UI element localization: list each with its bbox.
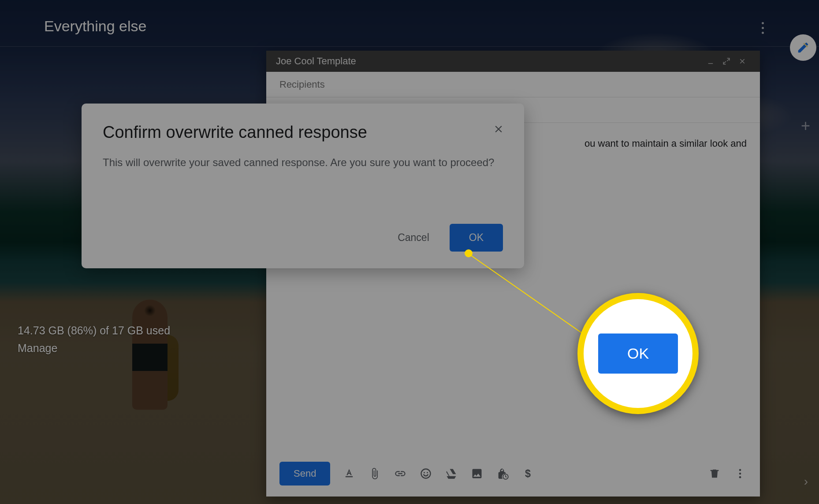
edit-theme-button[interactable] — [790, 34, 816, 61]
more-options-button[interactable] — [733, 467, 747, 480]
emoji-button[interactable] — [419, 467, 432, 480]
add-icon[interactable]: + — [801, 117, 810, 135]
fullscreen-icon — [722, 57, 730, 65]
money-button[interactable]: $ — [521, 467, 535, 480]
confirm-overwrite-dialog: Confirm overwrite canned response This w… — [82, 104, 524, 268]
minimize-button[interactable] — [703, 53, 718, 69]
dialog-title: Confirm overwrite canned response — [103, 123, 503, 142]
minimize-icon — [707, 57, 715, 65]
section-header: Everything else — [44, 18, 146, 35]
image-icon — [471, 467, 483, 480]
svg-point-3 — [427, 472, 428, 473]
fullscreen-button[interactable] — [718, 53, 734, 69]
storage-info: 14.73 GB (86%) of 17 GB used Manage — [18, 322, 170, 357]
emoji-icon — [420, 467, 432, 480]
link-button[interactable] — [394, 467, 407, 480]
svg-point-1 — [421, 469, 431, 478]
callout-anchor — [465, 249, 473, 257]
more-menu[interactable] — [762, 22, 764, 34]
expand-panel-icon[interactable]: › — [804, 474, 808, 489]
compose-title: Joe Cool Template — [276, 56, 356, 67]
svg-point-6 — [739, 469, 741, 471]
svg-point-7 — [739, 473, 741, 475]
cancel-button[interactable]: Cancel — [385, 225, 442, 251]
paperclip-icon — [369, 467, 381, 480]
trash-icon — [708, 467, 721, 480]
discard-button[interactable] — [708, 467, 721, 480]
send-button[interactable]: Send — [279, 462, 330, 485]
svg-text:$: $ — [525, 468, 531, 479]
format-button[interactable] — [342, 467, 356, 480]
close-icon — [493, 123, 504, 135]
confidential-button[interactable] — [496, 467, 509, 480]
svg-point-2 — [424, 472, 425, 473]
more-vertical-icon — [734, 467, 746, 480]
svg-rect-0 — [708, 63, 713, 64]
attach-button[interactable] — [368, 467, 381, 480]
drive-button[interactable] — [445, 467, 458, 480]
link-icon — [394, 467, 406, 480]
pencil-icon — [797, 41, 810, 54]
dollar-icon: $ — [522, 467, 534, 480]
compose-titlebar: Joe Cool Template — [266, 51, 760, 72]
dialog-close-button[interactable] — [491, 122, 506, 136]
divider — [0, 46, 819, 47]
recipients-field[interactable]: Recipients — [266, 72, 760, 97]
format-icon — [343, 467, 355, 480]
lock-clock-icon — [496, 467, 509, 480]
storage-used: 14.73 GB (86%) of 17 GB used — [18, 322, 170, 339]
close-icon — [738, 57, 746, 65]
callout-ok-button: OK — [598, 334, 678, 374]
drive-icon — [445, 467, 458, 480]
callout-magnifier: OK — [577, 293, 699, 414]
close-compose-button[interactable] — [734, 53, 750, 69]
svg-point-8 — [739, 476, 741, 478]
dialog-body: This will overwrite your saved canned re… — [103, 154, 499, 170]
compose-toolbar: Send $ — [279, 460, 747, 487]
image-button[interactable] — [470, 467, 484, 480]
ok-button[interactable]: OK — [450, 224, 503, 252]
storage-manage-link[interactable]: Manage — [18, 339, 170, 357]
